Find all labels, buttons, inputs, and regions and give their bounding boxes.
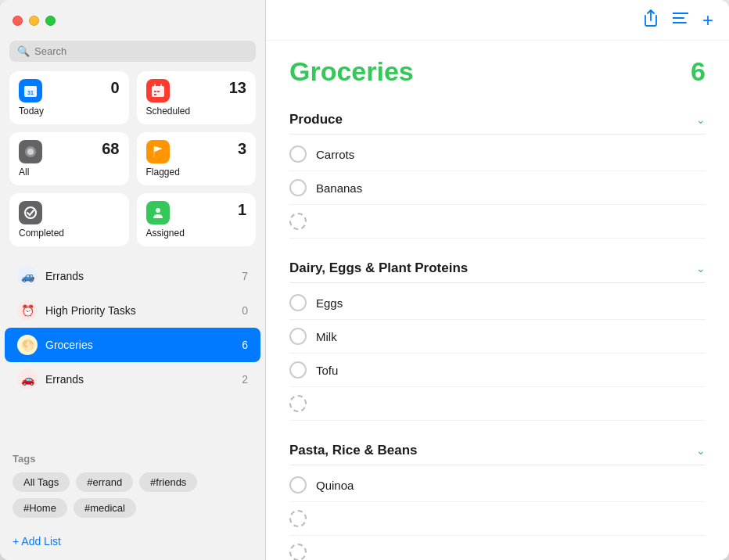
list-item-errands2[interactable]: 🚗 Errands 2: [5, 362, 260, 397]
section-pasta-chevron[interactable]: ⌄: [696, 444, 706, 457]
list-item-high-priority[interactable]: ⏰ High Priority Tasks 0: [5, 293, 260, 328]
scheduled-icon: [146, 79, 170, 102]
main-body: Groceries 6 Produce ⌄ Carrots Bananas: [266, 41, 729, 560]
flagged-icon: [146, 140, 170, 163]
section-dairy: Dairy, Eggs & Plant Proteins ⌄ Eggs Milk…: [289, 251, 706, 421]
all-label: All: [19, 167, 120, 178]
search-bar: 🔍: [9, 41, 256, 62]
svg-point-10: [27, 149, 34, 155]
errands2-label: Errands: [45, 373, 234, 386]
add-list-button[interactable]: + Add List: [0, 527, 265, 560]
groceries-count: 6: [242, 339, 248, 351]
errands1-icon: 🚙: [17, 266, 38, 286]
search-icon: 🔍: [17, 45, 30, 57]
svg-rect-7: [157, 91, 160, 92]
groceries-icon: 🌕: [17, 335, 38, 355]
svg-point-12: [156, 208, 160, 213]
minimize-button[interactable]: [29, 16, 39, 26]
flagged-count: 3: [238, 140, 246, 158]
assigned-label: Assigned: [146, 228, 247, 239]
smart-list-today[interactable]: 31 0 Today: [9, 71, 129, 124]
task-dairy-empty-checkbox[interactable]: [289, 395, 307, 412]
svg-rect-6: [154, 91, 156, 92]
task-pasta-empty1-checkbox[interactable]: [289, 510, 307, 527]
smart-list-assigned[interactable]: 1 Assigned: [137, 193, 257, 246]
add-task-icon[interactable]: +: [702, 9, 713, 31]
task-pasta-empty2: [289, 536, 706, 560]
flagged-label: Flagged: [146, 167, 247, 178]
task-quinoa-checkbox[interactable]: [289, 476, 307, 494]
today-label: Today: [19, 106, 120, 117]
task-produce-empty-checkbox[interactable]: [289, 213, 307, 230]
list-item-errands1[interactable]: 🚙 Errands 7: [5, 259, 260, 293]
task-quinoa-label: Quinoa: [316, 479, 354, 492]
task-eggs-label: Eggs: [316, 296, 343, 310]
list-title: Groceries: [289, 56, 414, 87]
tag-all-tags[interactable]: All Tags: [13, 472, 70, 492]
task-tofu-label: Tofu: [316, 364, 338, 377]
list-title-row: Groceries 6: [289, 56, 706, 87]
tag-errand[interactable]: #errand: [76, 472, 133, 492]
list-section: 🚙 Errands 7 ⏰ High Priority Tasks 0 🌕 Gr…: [0, 256, 265, 443]
task-milk-checkbox[interactable]: [289, 328, 307, 345]
section-dairy-header: Dairy, Eggs & Plant Proteins ⌄: [289, 251, 706, 283]
svg-text:31: 31: [27, 90, 34, 95]
menu-icon[interactable]: [673, 12, 688, 28]
list-item-groceries[interactable]: 🌕 Groceries 6: [5, 328, 260, 362]
task-tofu-checkbox[interactable]: [289, 361, 307, 379]
section-produce-header: Produce ⌄: [289, 102, 706, 135]
task-dairy-empty: [289, 387, 706, 421]
task-bananas-checkbox[interactable]: [289, 179, 307, 196]
section-pasta-title: Pasta, Rice & Beans: [289, 443, 417, 458]
task-carrots-checkbox[interactable]: [289, 145, 307, 163]
tag-medical[interactable]: #medical: [74, 498, 136, 518]
task-carrots: Carrots: [289, 138, 706, 171]
task-bananas-label: Bananas: [316, 181, 362, 195]
section-pasta-header: Pasta, Rice & Beans ⌄: [289, 433, 706, 465]
assigned-icon: [146, 201, 170, 224]
scheduled-count: 13: [229, 79, 246, 97]
task-tofu: Tofu: [289, 354, 706, 387]
app-window: 🔍 31 0 Today: [0, 0, 729, 560]
smart-list-completed[interactable]: Completed: [9, 193, 129, 246]
list-total-count: 6: [691, 56, 706, 87]
all-icon: [19, 140, 42, 163]
smart-list-scheduled[interactable]: 13 Scheduled: [137, 71, 257, 124]
task-quinoa: Quinoa: [289, 468, 706, 502]
completed-icon: [19, 201, 42, 224]
section-produce-title: Produce: [289, 112, 343, 127]
search-input[interactable]: [34, 45, 248, 57]
today-count: 0: [110, 79, 119, 97]
tag-friends[interactable]: #friends: [139, 472, 197, 492]
high-priority-count: 0: [242, 304, 248, 317]
completed-label: Completed: [19, 228, 120, 239]
smart-list-all[interactable]: 68 All: [9, 132, 129, 185]
close-button[interactable]: [13, 16, 23, 26]
high-priority-label: High Priority Tasks: [45, 304, 234, 317]
section-produce: Produce ⌄ Carrots Bananas: [289, 102, 706, 239]
errands2-icon: 🚗: [17, 369, 38, 389]
smart-list-flagged[interactable]: 3 Flagged: [137, 132, 257, 185]
task-milk: Milk: [289, 320, 706, 354]
errands2-count: 2: [242, 373, 248, 386]
tag-home[interactable]: #Home: [13, 498, 67, 518]
section-produce-chevron[interactable]: ⌄: [696, 113, 706, 126]
section-dairy-chevron[interactable]: ⌄: [696, 262, 706, 275]
svg-rect-8: [154, 94, 156, 95]
share-icon[interactable]: [643, 9, 659, 31]
task-carrots-label: Carrots: [316, 148, 354, 161]
today-icon: 31: [19, 79, 42, 102]
main-toolbar: +: [266, 0, 729, 41]
task-pasta-empty2-checkbox[interactable]: [289, 544, 307, 560]
sidebar: 🔍 31 0 Today: [0, 0, 266, 560]
maximize-button[interactable]: [45, 16, 56, 26]
section-dairy-title: Dairy, Eggs & Plant Proteins: [289, 260, 468, 276]
task-eggs: Eggs: [289, 286, 706, 320]
task-produce-empty: [289, 205, 706, 239]
titlebar: [0, 0, 265, 41]
task-eggs-checkbox[interactable]: [289, 294, 307, 311]
all-count: 68: [102, 140, 119, 158]
groceries-label: Groceries: [45, 339, 234, 351]
task-pasta-empty1: [289, 502, 706, 536]
scheduled-label: Scheduled: [146, 106, 247, 117]
